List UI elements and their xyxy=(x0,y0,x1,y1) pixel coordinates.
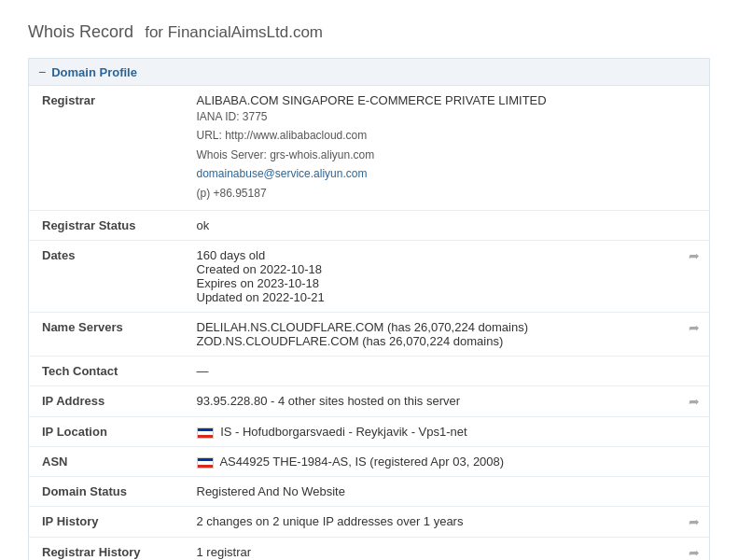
page-title: Whois Record for FinancialAimsLtd.com xyxy=(28,19,710,43)
table-row-name-servers: Name Servers ➦ DELILAH.NS.CLOUDFLARE.COM… xyxy=(29,312,710,356)
row-value-name-servers: ➦ DELILAH.NS.CLOUDFLARE.COM (has 26,070,… xyxy=(188,312,710,356)
dates-updated: Updated on 2022-10-21 xyxy=(197,290,701,304)
row-label-tech-contact: Tech Contact xyxy=(29,356,188,385)
domain-profile-section-header[interactable]: − Domain Profile xyxy=(28,58,710,85)
table-row-ip-history: IP History ➦ 2 changes on 2 unique IP ad… xyxy=(29,506,710,537)
table-row-registrar-history: Registrar History ➦ 1 registrar xyxy=(29,537,710,560)
row-label-name-servers: Name Servers xyxy=(29,312,188,356)
ip-history-action-icon[interactable]: ➦ xyxy=(689,514,700,529)
row-label-ip-location: IP Location xyxy=(29,416,188,446)
table-row-ip-location: IP Location IS - Hofudborgarsvaedi - Rey… xyxy=(29,416,710,446)
section-label: Domain Profile xyxy=(51,65,137,79)
row-label-registrar-status: Registrar Status xyxy=(29,210,188,240)
dates-age: 160 days old xyxy=(197,248,701,262)
registrar-name: ALIBABA.COM SINGAPORE E-COMMERCE PRIVATE… xyxy=(197,93,701,107)
row-label-registrar: Registrar xyxy=(29,86,188,211)
table-row-dates: Dates ➦ 160 days old Created on 2022-10-… xyxy=(29,240,710,312)
table-row-registrar: Registrar ALIBABA.COM SINGAPORE E-COMMER… xyxy=(29,86,710,211)
ip-location-text: IS - Hofudborgarsvaedi - Reykjavik - Vps… xyxy=(220,425,467,439)
row-value-registrar-history: ➦ 1 registrar xyxy=(188,537,710,560)
registrar-abuse[interactable]: domainabuse@service.aliyun.com xyxy=(197,164,701,183)
registrar-history-action-icon[interactable]: ➦ xyxy=(689,545,700,560)
iceland-flag-icon xyxy=(197,427,214,439)
row-label-ip-history: IP History xyxy=(29,506,188,537)
title-suffix: for FinancialAimsLtd.com xyxy=(145,23,323,41)
asn-number: AS44925 xyxy=(219,455,270,469)
nameserver-1: DELILAH.NS.CLOUDFLARE.COM (has 26,070,22… xyxy=(197,320,701,334)
nameserver-2: ZOD.NS.CLOUDFLARE.COM (has 26,070,224 do… xyxy=(197,334,701,348)
table-row-domain-status: Domain Status Registered And No Website xyxy=(29,476,710,506)
registrar-url: URL: http://www.alibabacloud.com xyxy=(197,126,701,145)
registrar-iana: IANA ID: 3775 xyxy=(197,107,701,126)
row-label-asn: ASN xyxy=(29,446,188,476)
table-row-ip-address: IP Address ➦ 93.95.228.80 - 4 other site… xyxy=(29,385,710,416)
table-row-registrar-status: Registrar Status ok xyxy=(29,210,710,240)
row-value-tech-contact: — xyxy=(188,356,710,385)
title-main: Whois Record xyxy=(28,22,133,41)
row-label-registrar-history: Registrar History xyxy=(29,537,188,560)
collapse-icon[interactable]: − xyxy=(38,64,46,79)
row-value-asn: AS44925 THE-1984-AS, IS (registered Apr … xyxy=(188,446,710,476)
nameservers-action-icon[interactable]: ➦ xyxy=(689,320,700,335)
registrar-whois-server: Whois Server: grs-whois.aliyun.com xyxy=(197,146,701,164)
row-value-ip-history: ➦ 2 changes on 2 unique IP addresses ove… xyxy=(188,506,710,537)
dates-action-icon[interactable]: ➦ xyxy=(689,248,700,263)
row-label-dates: Dates xyxy=(29,240,188,312)
ip-address-action-icon[interactable]: ➦ xyxy=(689,394,700,409)
table-row-tech-contact: Tech Contact — xyxy=(29,356,710,385)
row-value-registrar-status: ok xyxy=(188,210,710,240)
row-value-ip-address: ➦ 93.95.228.80 - 4 other sites hosted on… xyxy=(188,385,710,416)
table-row-asn: ASN AS44925 THE-1984-AS, IS (registered … xyxy=(29,446,710,476)
whois-table: Registrar ALIBABA.COM SINGAPORE E-COMMER… xyxy=(28,85,710,560)
row-value-ip-location: IS - Hofudborgarsvaedi - Reykjavik - Vps… xyxy=(188,416,710,446)
row-value-registrar: ALIBABA.COM SINGAPORE E-COMMERCE PRIVATE… xyxy=(188,86,710,211)
row-label-ip-address: IP Address xyxy=(29,385,188,416)
row-label-domain-status: Domain Status xyxy=(29,476,188,506)
row-value-dates: ➦ 160 days old Created on 2022-10-18 Exp… xyxy=(188,240,710,312)
row-value-domain-status: Registered And No Website xyxy=(188,476,710,506)
dates-expires: Expires on 2023-10-18 xyxy=(197,276,701,290)
dates-created: Created on 2022-10-18 xyxy=(197,262,701,276)
asn-flag-icon xyxy=(197,457,214,469)
registrar-phone: (p) +86.95187 xyxy=(197,184,701,203)
